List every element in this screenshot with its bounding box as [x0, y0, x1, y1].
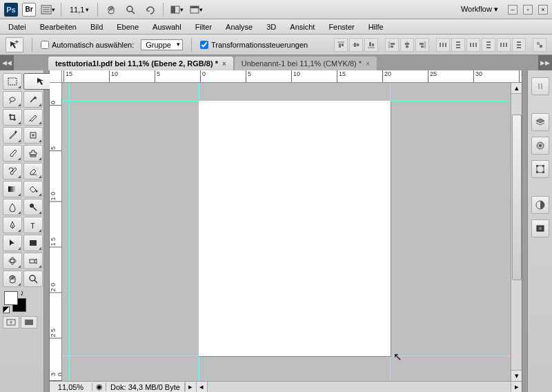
- gradient-tool[interactable]: [3, 181, 22, 197]
- distribute-h2-icon[interactable]: [466, 38, 480, 52]
- align-vcenter-icon[interactable]: [349, 38, 363, 52]
- collapse-left-dock[interactable]: ◀◀: [0, 55, 14, 70]
- default-colors-icon[interactable]: [3, 306, 10, 313]
- transform-controls-checkbox[interactable]: Transformationssteuerungen: [200, 41, 308, 49]
- canvas-area[interactable]: ↖: [62, 83, 511, 381]
- menu-hilfe[interactable]: Hilfe: [367, 21, 385, 32]
- blur-tool[interactable]: [3, 199, 22, 215]
- minimize-button[interactable]: –: [508, 5, 518, 14]
- screen-mode-cycle[interactable]: [21, 316, 37, 329]
- history-brush-tool[interactable]: [3, 163, 22, 179]
- paths-panel-icon[interactable]: [531, 160, 549, 178]
- crop-tool[interactable]: [3, 109, 22, 126]
- workspace-switcher[interactable]: Workflow ▾: [457, 3, 502, 15]
- layers-panel-icon[interactable]: [531, 113, 549, 131]
- document-tab-2[interactable]: Unbenannt-1 bei 11,1% (CMYK/8) * ×: [235, 57, 377, 70]
- auto-select-target-dropdown[interactable]: Gruppe: [141, 39, 183, 50]
- foreground-color-swatch[interactable]: [4, 291, 18, 305]
- hand-tool[interactable]: [3, 271, 22, 287]
- zoom-tool-shortcut[interactable]: [123, 2, 138, 17]
- right-dock-gutter[interactable]: [522, 70, 527, 392]
- zoom-tool[interactable]: [23, 271, 43, 287]
- align-left-icon[interactable]: [385, 38, 399, 52]
- arrange-documents-dropdown[interactable]: ▾: [169, 2, 184, 17]
- scroll-down-icon[interactable]: ▾: [511, 370, 522, 381]
- menu-filter[interactable]: Filter: [194, 21, 213, 32]
- maximize-button[interactable]: ▫: [523, 5, 533, 14]
- menu-ebene[interactable]: Ebene: [115, 21, 140, 32]
- menu-datei[interactable]: Datei: [7, 21, 28, 32]
- distribute-v3-icon[interactable]: [512, 38, 526, 52]
- screen-mode-dropdown[interactable]: ▾: [188, 2, 204, 17]
- adjustments-panel-icon[interactable]: [531, 196, 549, 214]
- quick-mask-toggle[interactable]: [3, 316, 19, 329]
- hand-tool-shortcut[interactable]: [103, 2, 119, 17]
- lasso-tool[interactable]: [3, 91, 22, 108]
- document-info-dropdown-icon[interactable]: ▸: [185, 382, 196, 392]
- close-button[interactable]: ×: [538, 5, 548, 14]
- distribute-h3-icon[interactable]: [497, 38, 511, 52]
- eraser-tool[interactable]: [23, 163, 43, 179]
- menu-ansicht[interactable]: Ansicht: [288, 21, 316, 32]
- channels-panel-icon[interactable]: [531, 137, 549, 155]
- extras-dropdown[interactable]: ▾: [40, 2, 55, 17]
- collapse-right-dock[interactable]: ▶▶: [538, 55, 552, 70]
- shape-tool[interactable]: [23, 235, 43, 251]
- auto-align-icon[interactable]: [533, 38, 546, 52]
- clone-stamp-tool[interactable]: [23, 145, 43, 161]
- menu-bild[interactable]: Bild: [89, 21, 104, 32]
- menu-analyse[interactable]: Analyse: [224, 21, 254, 32]
- swap-colors-icon[interactable]: ⤸: [19, 290, 25, 297]
- guide-vertical[interactable]: [69, 83, 70, 381]
- scrollbar-thumb[interactable]: [512, 115, 522, 280]
- align-bottom-icon[interactable]: [364, 38, 378, 52]
- ruler-origin[interactable]: [50, 70, 62, 83]
- align-right-icon[interactable]: [415, 38, 429, 52]
- distribute-h-icon[interactable]: [436, 38, 450, 52]
- dodge-tool[interactable]: [23, 199, 43, 215]
- distribute-v2-icon[interactable]: [482, 38, 495, 52]
- eyedropper-tool[interactable]: [3, 127, 22, 144]
- left-dock-gutter[interactable]: [44, 70, 50, 392]
- zoom-percent-input[interactable]: 11,1 ▾: [67, 6, 92, 14]
- 3d-camera-tool[interactable]: [23, 253, 43, 269]
- bridge-icon[interactable]: Br: [22, 3, 36, 17]
- active-tool-indicator[interactable]: +: [6, 37, 23, 52]
- healing-brush-tool[interactable]: [23, 127, 43, 144]
- marquee-tool[interactable]: [3, 73, 22, 90]
- close-tab-icon[interactable]: ×: [222, 60, 226, 68]
- distribute-v-icon[interactable]: [451, 38, 465, 52]
- path-selection-tool[interactable]: [3, 235, 22, 251]
- zoom-percentage-field[interactable]: 11,05%: [50, 383, 92, 391]
- auto-select-checkbox[interactable]: Automatisch auswählen:: [41, 41, 134, 49]
- vertical-scrollbar[interactable]: ▴ ▾: [511, 83, 522, 381]
- menu-fenster[interactable]: Fenster: [327, 21, 355, 32]
- menu-bearbeiten[interactable]: Bearbeiten: [39, 21, 78, 32]
- document-tab-1[interactable]: testtutoria1l.pdf bei 11,1% (Ebene 2, RG…: [48, 57, 233, 70]
- document-canvas[interactable]: [199, 101, 391, 356]
- paint-bucket-tool[interactable]: [23, 181, 43, 197]
- rotate-view-shortcut[interactable]: [142, 2, 157, 17]
- align-hcenter-icon[interactable]: [400, 38, 414, 52]
- magic-wand-tool[interactable]: [23, 91, 43, 108]
- slice-tool[interactable]: [23, 109, 43, 126]
- history-panel-icon[interactable]: [531, 219, 549, 237]
- menu-3d[interactable]: 3D: [265, 21, 277, 32]
- color-swatches[interactable]: ⤸: [0, 290, 43, 315]
- status-popup-icon[interactable]: ◉: [92, 382, 106, 391]
- pen-tool[interactable]: [3, 217, 22, 233]
- scroll-left-icon[interactable]: ◂: [196, 382, 207, 392]
- align-top-icon[interactable]: [334, 38, 348, 52]
- document-info[interactable]: Dok: 34,3 MB/0 Byte: [106, 383, 185, 391]
- 3d-rotate-tool[interactable]: [3, 253, 22, 269]
- horizontal-scrollbar[interactable]: [207, 382, 511, 392]
- brush-tool[interactable]: [3, 145, 22, 161]
- vertical-ruler[interactable]: 0 5 1 0 1 5 2 0 2 5 3 0: [50, 83, 62, 381]
- horizontal-ruler[interactable]: 15 10 5 0 5 10 15 20 25 30 35: [62, 70, 522, 83]
- panel-handle-icon[interactable]: [531, 77, 549, 95]
- close-tab-icon[interactable]: ×: [366, 60, 370, 68]
- scroll-up-icon[interactable]: ▴: [511, 83, 522, 94]
- scroll-right-icon[interactable]: ▸: [511, 382, 522, 392]
- type-tool[interactable]: T: [23, 217, 43, 233]
- menu-auswahl[interactable]: Auswahl: [151, 21, 183, 32]
